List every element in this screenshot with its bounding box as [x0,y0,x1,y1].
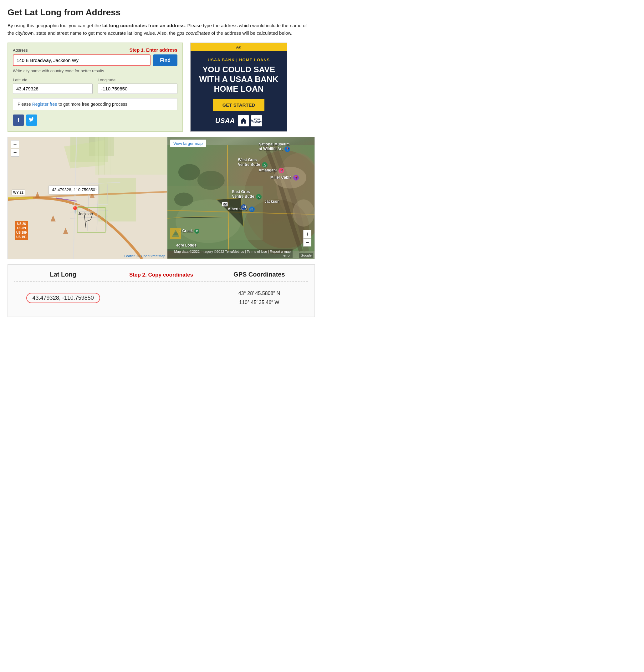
wy22-label: WY 22 [12,190,25,195]
svg-rect-28 [8,197,33,199]
form-header: Address Step 1. Enter address [13,47,177,52]
lodge-label: egre Lodge [176,243,196,248]
results-header: Lat Long Step 2. Copy coordinates GPS Co… [14,271,308,281]
intro-text-3: of the address will be calculated below. [210,31,293,36]
ad-bank-name: USAA BANK | HOME LOANS [195,58,282,62]
terrain-icon [170,228,181,240]
right-map[interactable]: View larger map National Museumof Wildli… [167,137,314,259]
equal-housing-icon: ⊜ EQUALHOUSING [251,115,262,127]
usaa-logo: USAA [215,117,235,125]
left-map[interactable]: Jackson + − [8,137,167,259]
amangani-label: Amangani 📍 [259,168,284,173]
svg-point-36 [198,171,225,190]
form-panel: Address Step 1. Enter address Find Write… [8,43,183,132]
facebook-icon: f [17,117,19,123]
intro-paragraph: By using this geographic tool you can ge… [8,22,308,37]
facebook-button[interactable]: f [13,115,24,126]
maps-section: Jackson + − [8,137,315,259]
address-row: Find [13,55,177,66]
osm-link[interactable]: OpenStreetMap [141,254,165,258]
intro-text-1: By using this geographic tool you can ge… [8,23,102,28]
svg-rect-5 [95,137,167,175]
zoom-in-button[interactable]: + [11,140,19,148]
miller-cabin-label: Miller Cabin 📍 [270,175,299,180]
ad-logo-icons: ⊜ EQUALHOUSING [238,115,262,127]
find-button[interactable]: Find [153,55,177,66]
ad-top-bar: Ad [191,43,287,51]
east-gros-label: East GrosVentre Butte △ [232,190,262,200]
google-attribution: Map data ©2022 Imagery ©2022 TerraMetric… [167,249,293,258]
house-icon [238,115,249,127]
coord-row: Latitude Longitude [13,77,177,94]
google-logo: Google [299,253,313,258]
svg-rect-10 [98,178,136,221]
map-marker: 📍 [70,206,80,215]
gps-value-col: 43° 28′ 45.5808″ N 110° 45′ 35.46″ W [210,289,308,307]
step1-label: Step 1. Enter address [130,47,177,52]
map-popup: 43.479328,-110.759850 [48,185,98,194]
west-gros-label: West GrosVentre Butte △ [238,158,267,168]
ad-body: USAA BANK | HOME LOANS YOU COULD SAVE WI… [191,51,287,131]
social-row: f [13,115,177,126]
register-text-2: to get more free geocoding process. [57,102,129,107]
latlong-title: Lat Long [50,271,76,278]
gps-title: GPS Coordinates [234,271,285,278]
satellite-zoom-in[interactable]: + [303,230,311,238]
page-title: Get Lat Long from Address [8,8,315,17]
us-highway-label: US 26US 89US 189US 191 [15,221,28,240]
wildlife-art-label: National Museumof Wildlife Art 📍 [259,142,290,152]
view-larger-map-button[interactable]: View larger map [170,140,206,147]
jackson-label: Jackson [264,199,279,204]
latitude-label: Latitude [13,77,93,82]
twitter-button[interactable] [26,115,37,126]
hint-text: Write city name with country code for be… [13,69,177,73]
right-map-controls: + − [303,230,311,247]
latlong-value-col: 43.479328, -110.759850 [14,293,112,303]
ad-cta-button[interactable]: GET STARTED [213,99,265,111]
latitude-group: Latitude [13,77,93,94]
svg-point-39 [293,199,314,227]
ad-logos: USAA ⊜ EQUALHOUSING [195,115,282,127]
road-191-label: 191 [241,204,247,210]
results-data-row: 43.479328, -110.759850 43° 28′ 45.5808″ … [14,285,308,307]
register-link[interactable]: Register free [32,102,57,107]
latitude-input[interactable] [13,84,93,94]
latlong-value[interactable]: 43.479328, -110.759850 [26,293,100,303]
svg-point-37 [174,193,193,206]
ad-headline: YOU COULD SAVE WITH A USAA BANK HOME LOA… [195,65,282,94]
leaflet-link[interactable]: Leaflet [124,254,134,258]
address-input[interactable] [13,55,151,66]
longitude-input[interactable] [98,84,177,94]
svg-point-35 [178,164,200,180]
intro-italic: gps coordinates [177,31,210,36]
road-22-label: 22 [222,202,228,206]
register-text-1: Please [17,102,32,107]
map-attribution: Leaflet | © OpenStreetMap [124,254,165,258]
top-section: Address Step 1. Enter address Find Write… [8,43,315,132]
longitude-group: Longitude [98,77,177,94]
attribution-sep: | © [135,254,141,258]
step2-label: Step 2. Copy coordinates [129,272,193,278]
results-section: Lat Long Step 2. Copy coordinates GPS Co… [8,264,315,317]
zoom-out-button[interactable]: − [11,148,19,157]
address-label: Address [13,48,28,52]
gps-values: 43° 28′ 45.5808″ N 110° 45′ 35.46″ W [210,289,308,307]
ad-panel: Ad USAA BANK | HOME LOANS YOU COULD SAVE… [190,43,287,132]
satellite-zoom-out[interactable]: − [303,238,311,247]
gps-line1: 43° 28′ 45.5808″ N [210,289,308,298]
register-box: Please Register free to get more free ge… [13,98,177,110]
popup-coords: 43.479328,-110.759850 [52,188,95,192]
longitude-label: Longitude [98,77,177,82]
twitter-icon [29,117,34,123]
step2-col-header: Step 2. Copy coordinates [112,272,210,278]
svg-marker-0 [241,118,246,123]
svg-text:Jackson: Jackson [78,212,93,216]
left-map-controls: + − [11,140,19,157]
gps-line2: 110° 45′ 35.46″ W [210,298,308,307]
creek-label: 3 Creek X [179,229,200,234]
latlong-col-header: Lat Long [14,271,112,278]
intro-bold: lat long coordinates from an address [102,23,184,28]
gps-col-header: GPS Coordinates [210,271,308,278]
